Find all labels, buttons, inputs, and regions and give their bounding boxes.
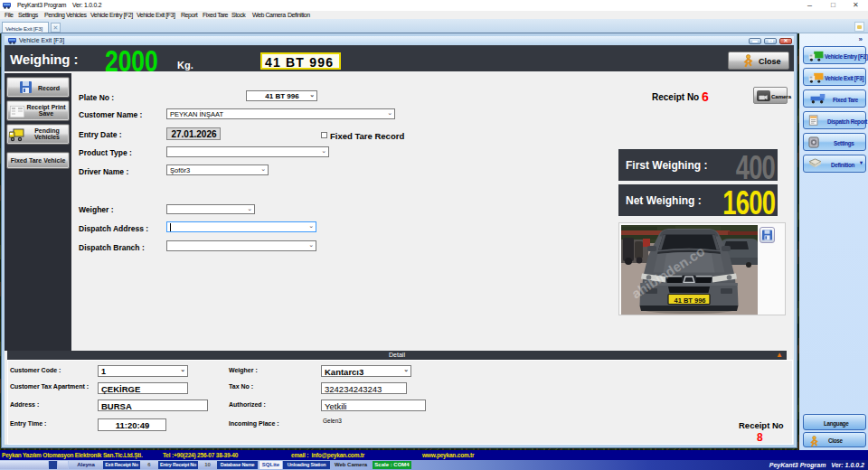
- svg-text:41 BT 996: 41 BT 996: [674, 296, 705, 305]
